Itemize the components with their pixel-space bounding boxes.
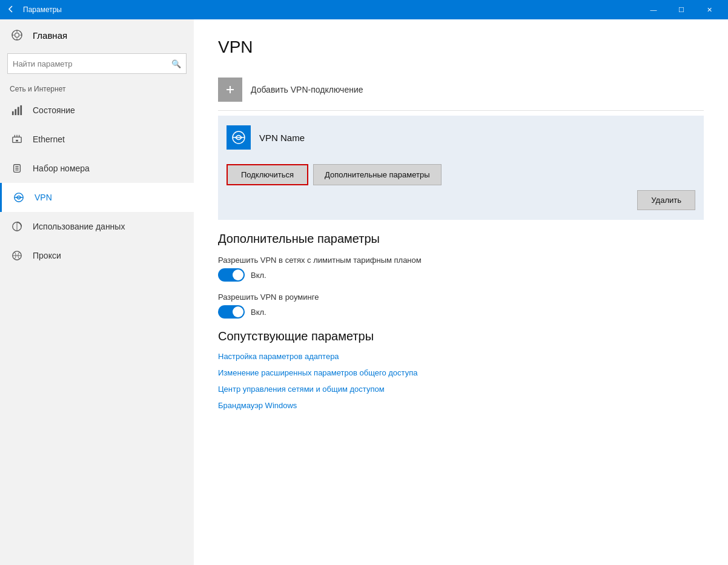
svg-rect-7 <box>15 109 16 115</box>
sidebar-item-data[interactable]: Использование данных <box>0 212 194 241</box>
dialup-icon <box>10 161 24 176</box>
toggle2-value: Вкл. <box>251 308 266 317</box>
home-icon <box>10 28 24 42</box>
toggle1-switch[interactable] <box>218 268 245 282</box>
related-section-heading: Сопутствующие параметры <box>218 329 704 343</box>
advanced-button[interactable]: Дополнительные параметры <box>313 164 442 185</box>
proxy-icon <box>10 248 24 263</box>
add-icon <box>218 78 242 102</box>
search-box: 🔍 <box>7 53 187 74</box>
toggle-metered: Разрешить VPN в сетях с лимитным тарифны… <box>218 256 704 282</box>
data-icon <box>10 219 24 234</box>
toggle2-control: Вкл. <box>218 305 704 319</box>
sidebar-item-label-vpn: VPN <box>35 193 52 202</box>
close-button[interactable]: ✕ <box>695 0 723 19</box>
sidebar-item-label-ethernet: Ethernet <box>33 134 65 144</box>
add-vpn-row[interactable]: Добавить VPN-подключение <box>218 69 704 111</box>
vpn-card: VPN Name Подключиться Дополнительные пар… <box>218 116 704 220</box>
toggle1-label: Разрешить VPN в сетях с лимитным тарифны… <box>218 256 704 265</box>
related-link-0[interactable]: Настройка параметров адаптера <box>218 352 704 361</box>
window-controls: — ☐ ✕ <box>640 0 723 19</box>
toggle2-label: Разрешить VPN в роуминге <box>218 292 704 302</box>
ethernet-icon <box>10 132 24 147</box>
svg-rect-6 <box>12 111 14 115</box>
toggle2-switch[interactable] <box>218 305 245 319</box>
sidebar-item-vpn[interactable]: VPN <box>0 183 194 212</box>
vpn-name: VPN Name <box>259 133 305 143</box>
sidebar: Главная 🔍 Сеть и Интернет Состояние <box>0 19 194 565</box>
svg-rect-10 <box>13 137 21 142</box>
search-icon: 🔍 <box>171 59 181 68</box>
search-input[interactable] <box>13 59 171 68</box>
sidebar-section-label: Сеть и Интернет <box>0 81 194 96</box>
sidebar-item-label-dialup: Набор номера <box>33 164 90 173</box>
vpn-card-header: VPN Name <box>218 116 704 159</box>
connect-button[interactable]: Подключиться <box>227 164 308 185</box>
toggle1-value: Вкл. <box>251 271 266 280</box>
sidebar-item-proxy[interactable]: Прокси <box>0 241 194 270</box>
toggle1-control: Вкл. <box>218 268 704 282</box>
vpn-card-actions: Подключиться Дополнительные параметры Уд… <box>218 159 704 220</box>
back-button[interactable] <box>5 5 17 15</box>
app-body: Главная 🔍 Сеть и Интернет Состояние <box>0 19 728 565</box>
advanced-section-heading: Дополнительные параметры <box>218 232 704 246</box>
svg-point-1 <box>15 33 19 37</box>
sidebar-home[interactable]: Главная <box>0 19 194 51</box>
vpn-buttons-row: Подключиться Дополнительные параметры <box>227 164 695 185</box>
sidebar-item-status[interactable]: Состояние <box>0 96 194 125</box>
sidebar-item-label-status: Состояние <box>33 105 75 115</box>
vpn-card-icon <box>227 125 251 150</box>
window-title: Параметры <box>23 5 640 14</box>
maximize-button[interactable]: ☐ <box>667 0 695 19</box>
status-icon <box>10 103 24 117</box>
titlebar: Параметры — ☐ ✕ <box>0 0 728 19</box>
svg-rect-8 <box>18 107 19 116</box>
page-title: VPN <box>218 38 704 57</box>
home-label: Главная <box>33 30 67 41</box>
minimize-button[interactable]: — <box>640 0 667 19</box>
sidebar-item-ethernet[interactable]: Ethernet <box>0 125 194 154</box>
related-link-2[interactable]: Центр управления сетями и общим доступом <box>218 385 704 394</box>
related-link-1[interactable]: Изменение расширенных параметров общего … <box>218 368 704 377</box>
content-area: VPN Добавить VPN-подключение <box>194 19 728 565</box>
sidebar-item-label-data: Использование данных <box>33 222 125 231</box>
vpn-nav-icon <box>12 190 26 205</box>
toggle-roaming: Разрешить VPN в роуминге Вкл. <box>218 292 704 319</box>
delete-button[interactable]: Удалить <box>637 190 695 210</box>
sidebar-item-label-proxy: Прокси <box>33 251 61 260</box>
sidebar-item-dialup[interactable]: Набор номера <box>0 154 194 183</box>
related-link-3[interactable]: Брандмауэр Windows <box>218 401 704 410</box>
svg-rect-14 <box>16 140 18 142</box>
add-vpn-label: Добавить VPN-подключение <box>251 85 363 94</box>
svg-rect-9 <box>20 105 22 115</box>
